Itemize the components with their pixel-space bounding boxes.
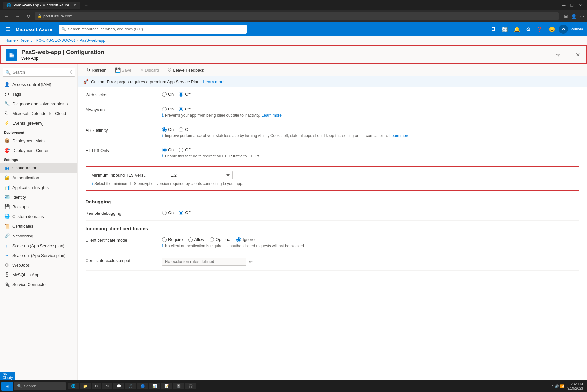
arr-affinity-off-radio[interactable] xyxy=(179,127,183,132)
taskbar-headset-icon[interactable]: 🎧 xyxy=(185,383,196,389)
web-sockets-on-option[interactable]: On xyxy=(162,92,174,97)
taskbar-explorer-icon[interactable]: 📁 xyxy=(80,383,91,389)
remote-debug-on-option[interactable]: On xyxy=(162,210,174,215)
arr-affinity-on-radio[interactable] xyxy=(162,127,167,132)
https-only-on-option[interactable]: On xyxy=(162,147,174,152)
settings-gear-icon[interactable]: ⚙ xyxy=(524,25,533,34)
taskbar-chrome-icon[interactable]: 🔵 xyxy=(137,383,148,389)
sidebar-item-scale-up[interactable]: ↑ Scale up (App Service plan) xyxy=(0,241,77,250)
cert-require-option[interactable]: Require xyxy=(162,237,183,242)
breadcrumb-rg[interactable]: RG-UKS-SEC-DOC-01 xyxy=(36,38,75,43)
save-button[interactable]: 💾 Save xyxy=(111,66,135,74)
sidebar-collapse-btn[interactable]: 《 xyxy=(67,69,72,75)
sidebar-item-tags[interactable]: 🏷 Tags xyxy=(0,89,77,99)
sidebar-item-networking[interactable]: 🔗 Networking xyxy=(0,231,77,241)
sidebar-item-authentication[interactable]: 🔐 Authentication xyxy=(0,173,77,182)
favorite-star-icon[interactable]: ☆ xyxy=(554,51,561,59)
cert-optional-option[interactable]: Optional xyxy=(210,237,231,242)
cert-exclusion-edit-icon[interactable]: ✏ xyxy=(249,259,253,264)
more-options-icon[interactable]: ⋯ xyxy=(564,51,572,59)
sidebar-search-container[interactable]: 🔍 《 xyxy=(3,68,75,77)
hamburger-menu[interactable]: ☰ xyxy=(4,24,12,34)
https-only-off-radio[interactable] xyxy=(179,148,183,152)
sidebar-item-webjobs[interactable]: ⚙ WebJobs xyxy=(0,260,77,270)
sidebar-item-custom-domains[interactable]: 🌐 Custom domains xyxy=(0,212,77,221)
remote-debug-on-radio[interactable] xyxy=(162,211,167,215)
browser-tab-active[interactable]: 🌐 PaaS-web-app - Microsoft Azure ✕ xyxy=(3,2,80,9)
sidebar-item-backups[interactable]: 💾 Backups xyxy=(0,202,77,212)
cert-require-radio[interactable] xyxy=(162,237,167,242)
sidebar-item-service-connector[interactable]: 🔌 Service Connector xyxy=(0,280,77,289)
arr-affinity-off-option[interactable]: Off xyxy=(179,127,190,132)
extensions-icon[interactable]: ⊞ xyxy=(564,14,568,19)
sidebar-item-configuration[interactable]: ▦ Configuration xyxy=(0,163,77,173)
taskbar-teams-icon[interactable]: 💬 xyxy=(113,383,124,389)
taskbar-onenote-icon[interactable]: 📓 xyxy=(173,383,184,389)
web-sockets-on-radio[interactable] xyxy=(162,92,167,97)
close-panel-icon[interactable]: ✕ xyxy=(574,51,581,59)
arr-affinity-learn-more[interactable]: Learn more xyxy=(389,133,409,138)
cert-ignore-option[interactable]: Ignore xyxy=(236,237,255,242)
close-btn[interactable]: ✕ xyxy=(577,2,584,8)
remote-debug-off-radio[interactable] xyxy=(179,211,183,215)
help-icon[interactable]: ❓ xyxy=(534,25,545,34)
tab-close[interactable]: ✕ xyxy=(73,3,76,7)
sidebar-item-certificates[interactable]: 📜 Certificates xyxy=(0,221,77,231)
web-sockets-off-radio[interactable] xyxy=(179,92,183,97)
sidebar-item-defender[interactable]: 🛡 Microsoft Defender for Cloud xyxy=(0,109,77,118)
sidebar-item-events[interactable]: ⚡ Events (preview) xyxy=(0,118,77,128)
directory-icon[interactable]: 🔄 xyxy=(499,25,510,34)
user-avatar[interactable]: W xyxy=(559,25,568,34)
banner-learn-more[interactable]: Learn more xyxy=(203,79,224,84)
taskbar-spotify-icon[interactable]: 🎵 xyxy=(125,383,136,389)
settings-icon[interactable]: ⋯ xyxy=(580,14,584,19)
always-on-off-radio[interactable] xyxy=(179,107,183,111)
address-bar[interactable]: 🔒 portal.azure.com xyxy=(35,12,559,20)
reload-btn[interactable]: ↻ xyxy=(25,13,32,20)
sidebar-item-identity[interactable]: 🪪 Identity xyxy=(0,192,77,202)
sidebar-item-deployment-center[interactable]: 🎯 Deployment Center xyxy=(0,145,77,155)
always-on-learn-more[interactable]: Learn more xyxy=(262,113,282,118)
notifications-icon[interactable]: 🔔 xyxy=(512,25,523,34)
cloud-tag[interactable]: GETCloudy xyxy=(0,372,15,380)
feedback-button[interactable]: ♡ Leave Feedback xyxy=(164,66,208,74)
taskbar-store-icon[interactable]: 🛍 xyxy=(102,383,112,389)
cert-allow-radio[interactable] xyxy=(188,237,193,242)
cert-exclusion-input[interactable] xyxy=(162,258,246,266)
always-on-on-radio[interactable] xyxy=(162,107,167,111)
sidebar-item-app-insights[interactable]: 📊 Application Insights xyxy=(0,182,77,192)
sidebar-search-input[interactable] xyxy=(13,70,65,75)
maximize-btn[interactable]: □ xyxy=(569,2,575,8)
sidebar-item-diagnose[interactable]: 🔧 Diagnose and solve problems xyxy=(0,99,77,109)
taskbar-mail-icon[interactable]: ✉ xyxy=(92,383,101,389)
sidebar-item-deployment-slots[interactable]: 📦 Deployment slots xyxy=(0,136,77,145)
web-sockets-off-option[interactable]: Off xyxy=(179,92,190,97)
sidebar-item-access-control[interactable]: 👤 Access control (IAM) xyxy=(0,79,77,89)
sidebar-item-mysql[interactable]: 🗄 MySQL In App xyxy=(0,270,77,280)
feedback-icon[interactable]: 😊 xyxy=(547,25,558,34)
start-button[interactable]: ⊞ xyxy=(1,382,13,391)
arr-affinity-on-option[interactable]: On xyxy=(162,127,174,132)
user-name[interactable]: William xyxy=(570,27,583,31)
cert-allow-option[interactable]: Allow xyxy=(188,237,204,242)
cert-ignore-radio[interactable] xyxy=(236,237,241,242)
taskbar-edge-icon[interactable]: 🌐 xyxy=(68,383,79,389)
back-btn[interactable]: ← xyxy=(3,13,11,20)
always-on-on-option[interactable]: On xyxy=(162,107,174,111)
taskbar-excel-icon[interactable]: 📊 xyxy=(149,383,160,389)
tls-version-select[interactable]: 1.0 1.1 1.2 1.3 xyxy=(168,171,233,179)
minimize-btn[interactable]: ─ xyxy=(560,2,568,8)
sidebar-item-scale-out[interactable]: ↔ Scale out (App Service plan) xyxy=(0,250,77,260)
discard-button[interactable]: ✕ Discard xyxy=(136,66,163,74)
remote-debug-off-option[interactable]: Off xyxy=(179,210,190,215)
profile-icon[interactable]: 👤 xyxy=(571,14,577,19)
breadcrumb-home[interactable]: Home xyxy=(5,38,16,43)
taskbar-search[interactable]: 🔍 Search xyxy=(14,382,66,390)
forward-btn[interactable]: → xyxy=(14,13,22,20)
cloud-shell-icon[interactable]: 🖥 xyxy=(488,25,498,33)
breadcrumb-recent[interactable]: Recent xyxy=(19,38,32,43)
https-only-on-radio[interactable] xyxy=(162,148,167,152)
breadcrumb-app[interactable]: PaaS-web-app xyxy=(79,38,105,43)
cert-optional-radio[interactable] xyxy=(210,237,214,242)
new-tab-btn[interactable]: + xyxy=(83,2,90,8)
